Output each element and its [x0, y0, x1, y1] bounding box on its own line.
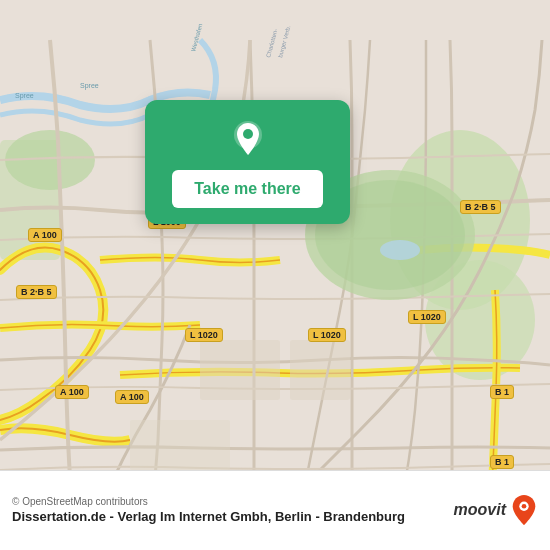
svg-text:Spree: Spree	[80, 82, 99, 90]
road-badge-a100-1: A 100	[28, 228, 62, 242]
road-badge-a100-3: A 100	[115, 390, 149, 404]
road-badge-b2b5-right: B 2·B 5	[460, 200, 501, 214]
map-pin-icon	[226, 118, 270, 162]
road-badge-a100-2: A 100	[55, 385, 89, 399]
road-badge-l1020-3: L 1020	[408, 310, 446, 324]
map-background: Spree Spree Westhafen Charlotten- burger…	[0, 0, 550, 550]
road-badge-b1-2: B 1	[490, 455, 514, 469]
svg-point-17	[243, 129, 253, 139]
osm-credit: © OpenStreetMap contributors	[12, 496, 405, 507]
svg-rect-14	[290, 340, 350, 400]
map-container: Spree Spree Westhafen Charlotten- burger…	[0, 0, 550, 550]
svg-rect-13	[200, 340, 280, 400]
moovit-logo: moovit	[454, 494, 538, 526]
moovit-pin-icon	[510, 494, 538, 526]
road-badge-l1020-1: L 1020	[185, 328, 223, 342]
svg-point-12	[380, 240, 420, 260]
svg-text:Spree: Spree	[15, 92, 34, 100]
location-card: Take me there	[145, 100, 350, 224]
road-badge-l1020-2: L 1020	[308, 328, 346, 342]
road-badge-b1-1: B 1	[490, 385, 514, 399]
svg-point-19	[522, 503, 527, 508]
svg-rect-15	[130, 420, 230, 470]
take-me-there-button[interactable]: Take me there	[172, 170, 322, 208]
moovit-label: moovit	[454, 501, 506, 519]
map-svg: Spree Spree Westhafen Charlotten- burger…	[0, 0, 550, 550]
road-badge-b2b5-left: B 2·B 5	[16, 285, 57, 299]
location-info: © OpenStreetMap contributors Dissertatio…	[12, 496, 405, 524]
location-name: Dissertation.de - Verlag Im Internet Gmb…	[12, 509, 405, 524]
bottom-bar: © OpenStreetMap contributors Dissertatio…	[0, 470, 550, 550]
